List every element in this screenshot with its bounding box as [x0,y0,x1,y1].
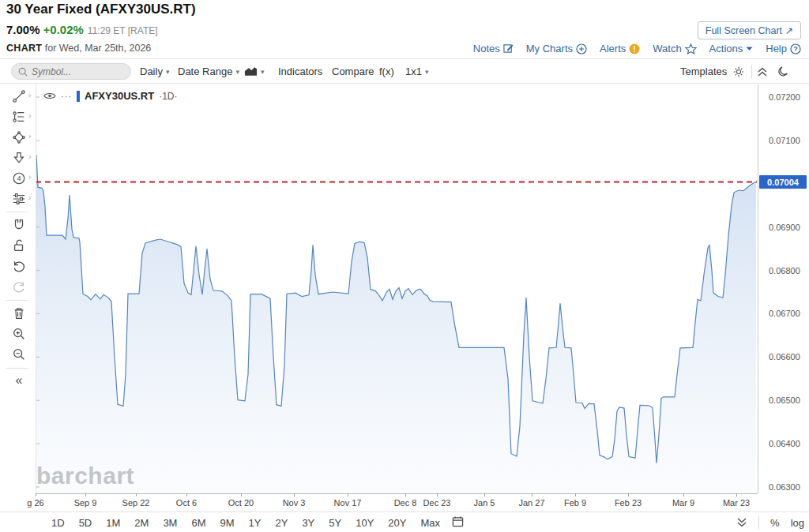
bottom-divider [758,516,759,529]
collapse-sidebar-button[interactable]: « [10,372,28,389]
grid-layout-dropdown[interactable]: 1x1▾ [405,59,429,84]
x-axis-label: Feb 23 [615,498,642,508]
delete-drawings-button[interactable] [10,305,28,322]
trash-icon [12,306,26,320]
annotation-count-tool-button[interactable]: 4 [10,170,28,187]
compare-button[interactable]: Compare [332,59,374,84]
area-chart-type-icon [244,66,258,77]
dark-mode-toggle[interactable] [777,59,790,84]
magnet-mode-button[interactable] [10,216,28,234]
arrow-marker-tool-button[interactable] [10,149,28,167]
range-button-2m[interactable]: 2M [127,515,156,530]
chart-settings-button[interactable] [732,59,745,84]
magnet-icon [12,218,26,232]
adjust-settings-expand-arrow[interactable]: › [28,193,35,202]
calendar-icon[interactable] [452,515,464,530]
my-charts-link[interactable]: My Charts [526,43,587,54]
shapes-expand-arrow[interactable]: › [28,132,35,140]
annotation-lines-expand-arrow[interactable]: › [28,111,35,120]
watch-label: Watch [653,43,681,54]
double-chevron-left-icon: « [16,373,23,388]
zoom-out-button[interactable] [10,346,28,363]
moon-icon [777,66,790,78]
actions-link[interactable]: Actions [709,43,754,54]
eye-visibility-icon[interactable] [43,92,56,100]
x-axis-tick [294,493,295,496]
quote-price: 7.00% [6,23,40,36]
chart-toolbar: Daily▾ Date Range▾ ▾ Indicators Compare … [0,59,809,84]
zoom-in-icon [12,327,26,341]
indicators-label: Indicators [278,66,322,77]
notes-link[interactable]: Notes [473,43,514,54]
x-axis-label: Dec 8 [394,498,417,508]
percent-scale-button[interactable]: % [770,517,780,529]
templates-button[interactable]: Templates [680,59,727,84]
my-charts-label: My Charts [526,43,573,54]
range-button-max[interactable]: Max [413,515,447,530]
x-axis-tick [628,493,629,496]
shapes-tool-button[interactable] [10,129,28,146]
zoom-out-icon [12,347,26,362]
log-scale-button[interactable]: log [791,517,804,529]
search-icon [18,67,28,77]
range-button-5y[interactable]: 5Y [322,515,348,530]
help-link[interactable]: Help ? [766,43,801,54]
unlock-drawings-button[interactable] [10,237,28,254]
x-axis-tick [575,493,576,496]
templates-label: Templates [680,66,727,77]
legend-more-menu[interactable]: ··· [61,92,72,101]
date-range-dropdown[interactable]: Date Range▾ [178,59,239,84]
full-screen-chart-button[interactable]: Full Screen Chart ↗ [698,21,801,39]
range-buttons: 1D5D1M2M3M6M9M1Y2Y3Y5Y10Y20YMax [44,515,447,530]
date-range-label: Date Range [178,66,232,77]
quote-change: +0.02% [43,23,84,36]
trendline-icon [12,89,26,103]
alerts-link[interactable]: Alerts [600,43,640,54]
annotation-count-expand-arrow[interactable]: › [28,173,35,182]
undo-button[interactable] [10,257,28,275]
page-title: 30 Year Fixed (AFXY30US.RT) [6,2,196,17]
watch-link[interactable]: Watch [653,43,696,54]
notes-label: Notes [473,43,500,54]
x-axis[interactable]: g 26Sep 9Sep 22Oct 6Oct 20Nov 3Nov 17Dec… [0,493,809,512]
arrow-marker-expand-arrow[interactable]: › [28,152,35,161]
range-button-9m[interactable]: 9M [213,515,242,530]
fx-button[interactable]: f(x) [379,59,394,84]
range-button-1y[interactable]: 1Y [242,515,269,530]
annotation-lines-tool-button[interactable] [10,108,28,126]
chart-type-dropdown[interactable]: ▾ [244,59,265,84]
range-button-5d[interactable]: 5D [72,515,100,530]
svg-text:?: ? [793,45,797,53]
zoom-in-button[interactable] [10,325,28,343]
x-axis-tick [736,493,737,496]
range-button-20y[interactable]: 20Y [381,515,413,530]
legend-symbol[interactable]: AFXY30US.RT [85,90,154,102]
trendline-tool-button[interactable] [10,88,28,105]
redo-button[interactable] [10,278,28,295]
x-axis-label: Sep 22 [122,498,150,508]
adjust-settings-tool-button[interactable] [10,190,28,208]
double-chevron-down-icon[interactable] [736,517,747,528]
range-button-6m[interactable]: 6M [184,515,213,530]
fibonacci-tool-icon [12,110,26,124]
range-button-2y[interactable]: 2Y [268,515,295,530]
indicators-button[interactable]: Indicators [278,59,322,84]
y-axis-label: 0.06400 [769,439,800,448]
y-axis[interactable]: 0.072000.071000.069000.068000.067000.066… [758,84,809,493]
collapse-toolbar-button[interactable] [757,59,768,84]
range-button-3m[interactable]: 3M [156,515,184,530]
x-axis-tick [136,493,137,496]
range-button-1m[interactable]: 1M [99,515,127,530]
range-button-10y[interactable]: 10Y [348,515,381,530]
frequency-dropdown[interactable]: Daily▾ [140,59,169,84]
x-axis-tick [405,493,406,496]
trendline-expand-arrow[interactable]: › [28,91,35,99]
symbol-input[interactable] [32,66,119,77]
last-price-badge: 0.07004 [759,175,807,189]
price-chart-plot[interactable] [36,84,758,493]
range-button-3y[interactable]: 3Y [295,515,322,530]
compare-label: Compare [332,66,374,77]
symbol-search[interactable] [11,63,131,80]
range-button-1d[interactable]: 1D [44,515,72,530]
sidebar-divider [6,300,28,301]
